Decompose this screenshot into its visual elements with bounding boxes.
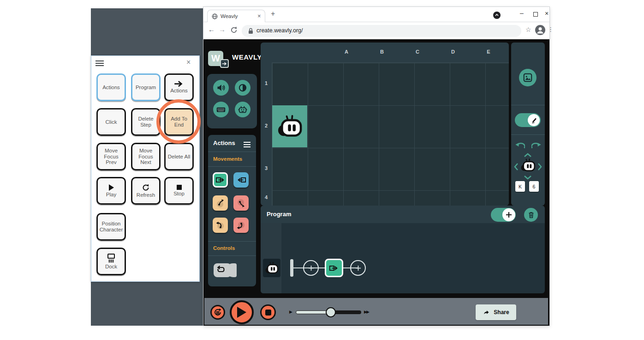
contrast-icon — [238, 83, 247, 92]
movement-backward-button[interactable] — [233, 172, 249, 188]
speed-slider-thumb[interactable] — [326, 307, 336, 317]
overlay-click-button[interactable]: Click — [96, 108, 126, 136]
turn-right-90-button[interactable] — [233, 218, 249, 233]
browser-toolbar: ← → create.weavly.org/ ☆ ⋮ — [203, 22, 549, 39]
theme-contrast-button[interactable] — [235, 80, 250, 96]
add-step-node[interactable] — [350, 260, 366, 276]
overlay-add-to-end-button[interactable]: Add To End — [164, 108, 194, 136]
overlay-dock-button[interactable]: Dock — [96, 248, 126, 275]
turn-right-90-icon — [236, 220, 247, 231]
movement-forward-button[interactable] — [213, 172, 228, 188]
playback-bar: ▶ ▶▶ Share — [204, 298, 548, 325]
slider-fast-icon: ▶▶ — [364, 310, 369, 314]
reload-icon[interactable] — [230, 26, 238, 34]
move-left-chevron-icon[interactable] — [514, 163, 519, 171]
scene-column-label: E — [484, 49, 493, 55]
lock-icon — [248, 28, 253, 34]
turn-left-45-button[interactable] — [213, 195, 228, 211]
overlay-stop-button[interactable]: Stop — [164, 177, 194, 205]
overlay-play-button[interactable]: Play — [96, 177, 126, 205]
scene-column-label: D — [448, 49, 458, 55]
panel-close-icon[interactable]: × — [186, 58, 191, 67]
program-track — [261, 223, 545, 293]
trash-icon — [527, 211, 535, 219]
program-character-tile[interactable] — [263, 259, 280, 277]
program-header: Program — [261, 206, 545, 223]
play-button[interactable] — [230, 300, 254, 324]
controls-section-label: Controls — [213, 245, 235, 251]
window-minimize-button[interactable]: – — [520, 9, 524, 17]
user-avatar-icon[interactable] — [535, 25, 545, 35]
utility-panel — [207, 74, 257, 128]
overlay-refresh-button[interactable]: Refresh — [131, 177, 161, 205]
character-select-button[interactable] — [235, 102, 250, 117]
accessibility-panel: × Actions Program Actions Click Delete S… — [91, 55, 200, 282]
share-button[interactable]: Share — [476, 304, 516, 320]
stop-button[interactable] — [260, 304, 276, 320]
scene-grid[interactable] — [272, 62, 509, 206]
overlay-move-focus-prev-button[interactable]: Move Focus Prev — [96, 143, 126, 170]
column-coordinate-input[interactable]: K — [515, 181, 525, 192]
forward-icon — [215, 176, 226, 183]
move-up-chevron-icon[interactable] — [524, 153, 532, 158]
background-image-button[interactable] — [519, 69, 537, 86]
turn-right-45-button[interactable] — [233, 195, 249, 211]
tab-strip: Weavly × + – × — [203, 7, 549, 22]
keyboard-shortcuts-button[interactable] — [213, 102, 229, 117]
keyboard-icon — [216, 104, 226, 115]
backward-icon — [236, 176, 246, 183]
arrow-right-icon — [174, 81, 184, 87]
logo-arrow-icon — [220, 59, 229, 68]
window-maximize-button[interactable] — [533, 12, 538, 17]
plus-icon — [308, 265, 314, 271]
move-down-chevron-icon[interactable] — [524, 175, 532, 180]
program-character-robot — [265, 262, 279, 274]
dpad-character-robot — [520, 158, 536, 172]
row-coordinate-input[interactable]: 6 — [529, 181, 539, 192]
browser-tab[interactable]: Weavly × — [207, 10, 265, 22]
toggle-knob — [528, 114, 540, 126]
audio-feedback-button[interactable] — [213, 80, 229, 96]
scene-column-label: B — [377, 49, 387, 55]
character-robot[interactable] — [277, 115, 303, 138]
overlay-actions-button[interactable]: Actions — [96, 73, 126, 101]
url-text: create.weavly.org/ — [256, 27, 303, 34]
add-step-node[interactable] — [303, 260, 319, 276]
window-close-button[interactable]: × — [545, 10, 549, 17]
back-icon[interactable]: ← — [208, 25, 215, 33]
overlay-program-button[interactable]: Program — [131, 73, 161, 101]
overlay-actions-nav-button[interactable]: Actions — [164, 73, 194, 101]
program-step-forward[interactable] — [325, 259, 343, 277]
browser-update-icon[interactable] — [493, 12, 501, 19]
url-bar[interactable]: create.weavly.org/ — [242, 25, 521, 37]
movements-section-label: Movements — [213, 156, 242, 162]
bookmark-star-icon[interactable]: ☆ — [525, 26, 531, 33]
panel-menu-icon[interactable] — [95, 59, 104, 67]
tab-close-icon[interactable]: × — [257, 12, 261, 19]
forward-icon[interactable]: → — [219, 25, 226, 33]
overlay-delete-step-button[interactable]: Delete Step — [131, 108, 161, 136]
browser-window: Weavly × + – × ← → cr — [203, 7, 549, 326]
refresh-scene-button[interactable] — [210, 305, 225, 320]
scene-column-label: C — [413, 49, 422, 55]
delete-program-button[interactable] — [524, 208, 538, 222]
loop-icon — [214, 263, 238, 277]
dock-icon — [106, 254, 117, 263]
new-tab-button[interactable]: + — [271, 10, 275, 18]
overlay-position-character-button[interactable]: Position Character — [96, 213, 126, 241]
overlay-delete-all-button[interactable]: Delete All — [164, 143, 194, 170]
browser-menu-icon[interactable]: ⋮ — [548, 26, 554, 33]
refresh-icon — [142, 184, 149, 191]
move-right-chevron-icon[interactable] — [537, 163, 542, 171]
loop-control-button[interactable] — [214, 263, 238, 277]
overlay-move-focus-next-button[interactable]: Move Focus Next — [131, 143, 161, 170]
turn-left-90-button[interactable] — [213, 218, 228, 233]
actions-panel-title: Actions — [213, 140, 235, 146]
add-node-toggle[interactable] — [491, 208, 516, 222]
redo-icon[interactable] — [531, 142, 542, 149]
scene-row-label: 1 — [263, 80, 269, 86]
draw-path-toggle[interactable] — [515, 113, 541, 127]
palette-menu-icon[interactable] — [244, 140, 250, 149]
undo-icon[interactable] — [515, 142, 525, 149]
pen-icon — [530, 116, 537, 124]
